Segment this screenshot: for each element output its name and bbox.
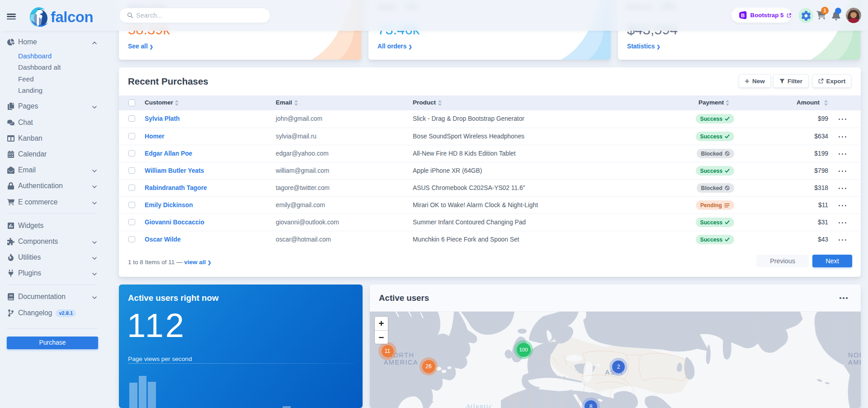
svg-text:B: B	[741, 13, 745, 18]
